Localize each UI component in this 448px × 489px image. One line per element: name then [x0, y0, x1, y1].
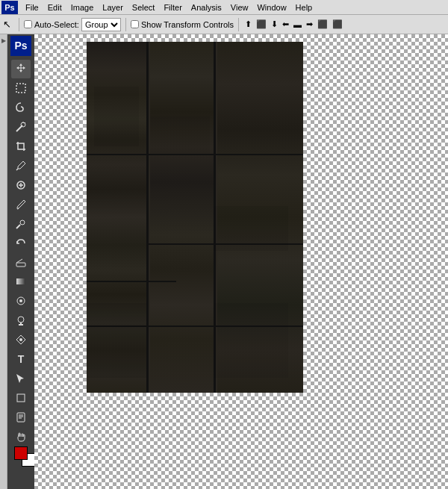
tool-notes[interactable]	[11, 408, 31, 426]
tool-history-brush[interactable]	[11, 234, 31, 252]
tools-ps-logo: Ps	[10, 36, 31, 56]
distribute-icon-2[interactable]: ⬛	[331, 19, 344, 30]
align-top-icon[interactable]: ⬆	[243, 19, 253, 30]
distribute-icon-1[interactable]: ⬛	[316, 19, 329, 30]
svg-rect-21	[17, 413, 25, 422]
menu-image[interactable]: Image	[66, 1, 99, 13]
tool-brush[interactable]	[11, 195, 31, 214]
tool-crop[interactable]	[11, 137, 31, 156]
eraser-icon	[15, 257, 27, 269]
show-transform-label: Show Transform Controls	[141, 20, 234, 29]
menu-filter[interactable]: Filter	[159, 1, 186, 13]
main-layout: ▶ Ps	[0, 34, 448, 489]
menu-window[interactable]: Window	[252, 1, 290, 13]
svg-rect-0	[16, 84, 25, 93]
tool-eraser[interactable]	[11, 253, 31, 272]
menu-layer[interactable]: Layer	[98, 1, 128, 13]
brush-icon	[15, 199, 27, 211]
tool-eyedropper[interactable]	[11, 156, 31, 175]
wood-layer	[87, 42, 303, 393]
ps-logo: Ps	[1, 1, 18, 14]
tool-marquee[interactable]	[11, 79, 31, 98]
foreground-color-box[interactable]	[14, 446, 28, 460]
toolbar-divider-1	[19, 18, 19, 31]
transparent-area	[87, 393, 303, 482]
tool-path-select[interactable]	[11, 370, 31, 388]
wood-plank-2	[150, 42, 214, 393]
pen-icon	[15, 334, 27, 346]
svg-point-9	[20, 220, 25, 225]
menubar: Ps File Edit Image Layer Select Filter A…	[0, 0, 448, 15]
toolbar-divider-2	[125, 18, 126, 31]
wood-shadow-3	[150, 116, 210, 154]
show-transform-group: Show Transform Controls	[131, 20, 234, 29]
marquee-rect-icon	[15, 82, 27, 94]
gradient-icon	[15, 275, 27, 287]
svg-rect-20	[17, 394, 25, 402]
tool-clone-stamp[interactable]	[11, 214, 31, 233]
tool-gradient[interactable]	[11, 272, 31, 291]
side-expander[interactable]: ▶	[0, 34, 7, 489]
menu-file[interactable]: File	[21, 1, 43, 13]
align-left-icon[interactable]: ⬅	[281, 19, 290, 30]
align-tools-group: ⬆ ⬛ ⬇ ⬅ ▬ ➡ ⬛ ⬛	[243, 19, 344, 30]
auto-select-checkbox[interactable]	[24, 20, 32, 28]
menu-select[interactable]: Select	[128, 1, 160, 13]
tool-shape[interactable]	[11, 389, 31, 408]
align-center-icon[interactable]: ▬	[292, 19, 303, 30]
wood-shadow-4	[87, 303, 146, 378]
move-tool-icon: ↖	[3, 19, 11, 30]
plank-divider-1	[146, 42, 149, 393]
tool-lasso[interactable]	[11, 99, 31, 117]
tool-pen[interactable]	[11, 331, 31, 349]
svg-rect-10	[16, 263, 25, 267]
menu-analysis[interactable]: Analysis	[187, 1, 226, 13]
tool-healing[interactable]	[11, 175, 31, 194]
tool-dodge[interactable]	[11, 311, 31, 330]
options-toolbar: ↖ Auto-Select: Group Show Transform Cont…	[0, 15, 448, 34]
move-icon	[15, 63, 27, 75]
align-bottom-icon[interactable]: ⬇	[270, 19, 279, 30]
align-middle-icon[interactable]: ⬛	[255, 19, 268, 30]
svg-rect-13	[16, 278, 25, 284]
svg-point-19	[19, 338, 22, 341]
menu-edit[interactable]: Edit	[43, 1, 66, 13]
svg-line-11	[16, 259, 22, 263]
dodge-icon	[15, 314, 27, 326]
align-right-icon[interactable]: ➡	[305, 19, 314, 30]
svg-point-15	[19, 299, 22, 302]
color-boxes	[14, 446, 35, 467]
crop-icon	[15, 140, 27, 152]
tool-blur[interactable]	[11, 292, 31, 311]
tool-move[interactable]	[11, 60, 31, 78]
document-canvas	[87, 42, 303, 482]
tool-type[interactable]: T	[11, 350, 31, 369]
show-transform-checkbox[interactable]	[131, 20, 139, 28]
tool-magic-wand[interactable]	[11, 118, 31, 137]
tool-hand[interactable]	[11, 427, 31, 446]
notes-icon	[15, 411, 27, 423]
tools-panel: Ps	[7, 34, 34, 489]
hand-icon	[15, 431, 27, 443]
toolbar-divider-3	[238, 18, 239, 31]
history-brush-icon	[15, 237, 27, 249]
auto-select-dropdown[interactable]: Group	[81, 18, 121, 31]
h-break-3	[87, 281, 176, 282]
menu-help[interactable]: Help	[291, 1, 317, 13]
wood-shadow-5	[214, 303, 288, 378]
wood-shadow-2	[214, 206, 288, 251]
path-select-icon	[15, 373, 27, 384]
blur-icon	[15, 295, 27, 307]
shape-icon	[15, 392, 27, 404]
svg-point-16	[18, 317, 24, 323]
type-icon: T	[18, 353, 25, 365]
auto-select-group: Auto-Select: Group	[24, 18, 121, 31]
healing-icon	[15, 179, 27, 191]
menu-view[interactable]: View	[226, 1, 253, 13]
canvas-area	[34, 34, 448, 489]
wood-shadow-1	[94, 87, 139, 146]
lasso-icon	[15, 102, 27, 113]
h-break-1	[87, 154, 303, 155]
clone-stamp-icon	[15, 218, 27, 230]
eyedropper-icon	[15, 160, 27, 172]
